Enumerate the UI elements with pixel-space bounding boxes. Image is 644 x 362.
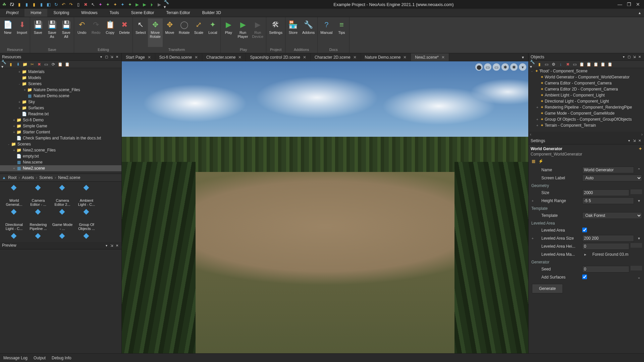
copy-button[interactable]: 📋Copy: [103, 18, 117, 47]
down-icon[interactable]: ↓: [558, 62, 563, 67]
twist-icon[interactable]: -: [7, 142, 11, 146]
name-input[interactable]: [582, 167, 634, 173]
cursor-icon[interactable]: ↖: [90, 1, 96, 7]
move-button[interactable]: ✥Move: [163, 18, 177, 47]
folder-icon[interactable]: 📁: [22, 62, 28, 67]
tree-row[interactable]: 📄Check Samples and Tutorials in the docs…: [0, 135, 121, 141]
manual-button[interactable]: ?Manual: [318, 18, 334, 47]
tree-row[interactable]: +📁Simple Game: [0, 123, 121, 129]
select-button[interactable]: ↖Select: [133, 18, 148, 47]
tabs-overflow[interactable]: ▾: [518, 53, 528, 61]
object-row[interactable]: ✦World Generator - Component_WorldGenera…: [529, 74, 644, 80]
play-icon[interactable]: ▶: [156, 1, 162, 7]
addons-button[interactable]: 🔧Addons: [300, 18, 317, 47]
expand-icon[interactable]: +: [531, 237, 535, 240]
document-tab[interactable]: Sci-fi Demo.scene✕: [155, 53, 202, 61]
play-button[interactable]: ▶Play: [221, 18, 235, 47]
axis-icon[interactable]: ✦: [105, 1, 111, 7]
tab-windows[interactable]: Windows: [75, 9, 104, 17]
block-icon[interactable]: ▮: [31, 1, 37, 7]
cut-icon[interactable]: ✂: [30, 62, 35, 67]
objects-tree[interactable]: -✦'Root' - Component_Scene✦World Generat…: [529, 68, 644, 132]
twist-icon[interactable]: +: [17, 106, 21, 110]
thumbnail-item[interactable]: Ambient Light - C...: [75, 184, 98, 207]
collapse-icon[interactable]: ⌃: [636, 168, 642, 172]
overlay-button[interactable]: ▾: [519, 63, 526, 71]
thumbnail-item[interactable]: [51, 233, 74, 242]
axis-icon[interactable]: ✦: [112, 1, 118, 7]
events-icon[interactable]: ⚡: [538, 159, 543, 164]
leaf-icon[interactable]: ☘: [1, 1, 7, 7]
store-button[interactable]: 🏪Store: [286, 18, 300, 47]
new-button[interactable]: 📄New: [1, 18, 15, 47]
leveled-size-input[interactable]: [582, 235, 634, 242]
twist-icon[interactable]: +: [12, 118, 16, 122]
reload-icon[interactable]: 🗘: [9, 1, 15, 7]
paste-icon[interactable]: 📋: [600, 62, 605, 67]
close-icon[interactable]: ✕: [636, 2, 640, 7]
project-menu[interactable]: Project: [0, 9, 24, 17]
delete-icon[interactable]: ✖: [37, 62, 42, 67]
close-icon[interactable]: ✕: [195, 55, 198, 60]
object-row[interactable]: ✦Game Mode - Component_GameMode: [529, 110, 644, 116]
close-icon[interactable]: ✕: [238, 55, 241, 60]
new-icon[interactable]: ▮: [537, 62, 542, 67]
leveled-area-checkbox[interactable]: [582, 228, 587, 232]
tab-home[interactable]: Home: [24, 9, 47, 17]
tree-row[interactable]: +📁New2.scene_Files: [0, 147, 121, 153]
settings-button[interactable]: 🛠Settings: [267, 18, 284, 47]
paste-icon[interactable]: 📋: [65, 62, 70, 67]
object-row[interactable]: +✦Rendering Pipeline - Component_Renderi…: [529, 104, 644, 110]
thumbnail-item[interactable]: [75, 233, 98, 242]
crumb[interactable]: Root: [8, 175, 16, 180]
thumbnail-item[interactable]: [3, 233, 25, 242]
expand-icon[interactable]: ⌄: [636, 275, 642, 280]
rename-icon[interactable]: ▭: [572, 62, 577, 67]
status-debug-info[interactable]: Debug Info: [52, 356, 71, 360]
paste-icon[interactable]: 📋: [607, 62, 612, 67]
rotate-button[interactable]: ◯Rotate: [177, 18, 192, 47]
rename-icon[interactable]: ▭: [44, 62, 49, 67]
material-value[interactable]: Forest Ground 03.m: [590, 252, 642, 257]
twist-icon[interactable]: +: [12, 130, 16, 134]
tree-row[interactable]: -📁Scenes: [0, 81, 121, 87]
dropdown-icon[interactable]: ▾: [621, 55, 626, 59]
document-tab[interactable]: Spaceship control 2D.scene✕: [246, 53, 310, 61]
collapse-ribbon-icon[interactable]: ▴: [635, 9, 644, 17]
twist-icon[interactable]: +: [535, 124, 539, 127]
template-select[interactable]: Oak Forest: [582, 212, 642, 219]
new-doc-icon[interactable]: ▮: [16, 1, 22, 7]
object-row[interactable]: ✦Camera Editor - Component_Camera: [529, 80, 644, 86]
maximize-icon[interactable]: ❐: [627, 2, 631, 7]
twist-icon[interactable]: -: [530, 69, 534, 73]
tab-tools[interactable]: Tools: [104, 9, 125, 17]
axis-icon[interactable]: ✦: [127, 1, 133, 7]
twist-icon[interactable]: +: [17, 100, 21, 104]
crumb[interactable]: Assets: [22, 175, 34, 180]
tab-terrain-editor[interactable]: Terrain Editor: [160, 9, 196, 17]
settings-icon[interactable]: ⚙: [551, 62, 556, 67]
twist-icon[interactable]: -: [17, 82, 21, 86]
slider[interactable]: [631, 243, 642, 248]
dropdown-icon[interactable]: ▾: [627, 139, 631, 142]
close-icon[interactable]: ✕: [303, 55, 306, 60]
objects-hscroll[interactable]: ‹›: [529, 132, 644, 137]
tree-row[interactable]: 📄Readme.txt: [0, 111, 121, 117]
thumbnail-item[interactable]: Rendering Pipeline ...: [27, 208, 50, 231]
twist-icon[interactable]: +: [535, 106, 539, 109]
status-output[interactable]: Output: [34, 356, 46, 360]
delete-icon[interactable]: ✖: [565, 62, 570, 67]
move-rotate-button[interactable]: ✥Move Rotate: [148, 18, 163, 47]
overlay-button[interactable]: ▭: [484, 63, 491, 71]
redo-icon[interactable]: ↷: [68, 1, 74, 7]
size-input[interactable]: [582, 189, 629, 196]
status-message-log[interactable]: Message Log: [3, 356, 28, 360]
close-icon[interactable]: ✕: [148, 55, 151, 60]
tree-row[interactable]: +📁Sci-fi Demo: [0, 117, 121, 123]
page-icon[interactable]: ▯: [75, 1, 81, 7]
thumbnail-item[interactable]: [27, 233, 50, 242]
dropdown-icon[interactable]: ▾: [104, 244, 109, 247]
overlay-button[interactable]: ⬤: [475, 63, 483, 71]
twist-icon[interactable]: +: [12, 148, 16, 152]
crumb[interactable]: Scenes: [39, 175, 53, 180]
